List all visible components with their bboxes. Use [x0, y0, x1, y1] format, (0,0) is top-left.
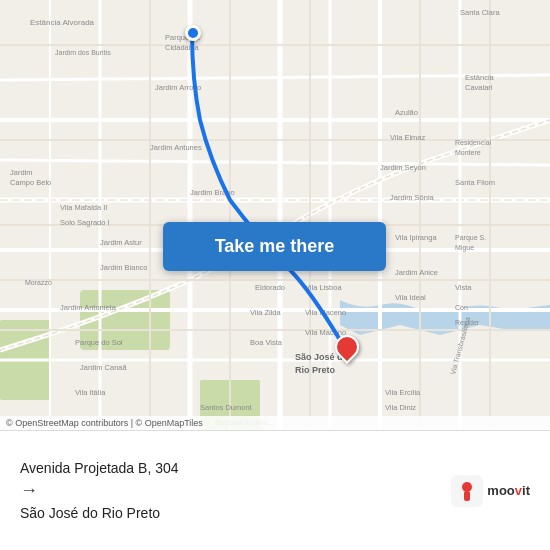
destination-label: São José do Rio Preto [20, 505, 451, 521]
map-container: Estância Alvorada Jardim dos Buritis Jar… [0, 0, 550, 430]
svg-text:Vila Mafalda II: Vila Mafalda II [60, 203, 107, 212]
svg-text:Residencial: Residencial [455, 139, 492, 146]
svg-text:Jardim Seyon: Jardim Seyon [380, 163, 426, 172]
svg-text:Vila Itália: Vila Itália [75, 388, 106, 397]
svg-text:Morazzo: Morazzo [25, 279, 52, 286]
svg-text:Vila Zilda: Vila Zilda [250, 308, 282, 317]
svg-point-80 [462, 482, 472, 492]
svg-text:Jardim Antunes: Jardim Antunes [150, 143, 202, 152]
moovit-accent: v [515, 483, 522, 498]
moovit-logo: moovit [451, 475, 530, 507]
svg-text:Con: Con [455, 304, 468, 311]
route-info: Avenida Projetada B, 304 → São José do R… [20, 460, 451, 521]
svg-text:Jardim dos Buritis: Jardim dos Buritis [55, 49, 111, 56]
svg-text:Santa Filom: Santa Filom [455, 178, 495, 187]
map-background: Estância Alvorada Jardim dos Buritis Jar… [0, 0, 550, 430]
svg-text:Jardim Bianco: Jardim Bianco [100, 263, 148, 272]
svg-text:Estância: Estância [465, 73, 495, 82]
svg-text:Jardim Antonieta: Jardim Antonieta [60, 303, 117, 312]
svg-text:Estância Alvorada: Estância Alvorada [30, 18, 95, 27]
svg-text:Vila Diniz: Vila Diniz [385, 403, 416, 412]
svg-text:Vila Ercília: Vila Ercília [385, 388, 421, 397]
bottom-bar: Avenida Projetada B, 304 → São José do R… [0, 430, 550, 550]
svg-text:Cavalari: Cavalari [465, 83, 493, 92]
origin-label: Avenida Projetada B, 304 [20, 460, 451, 476]
map-attribution: © OpenStreetMap contributors | © OpenMap… [0, 416, 550, 430]
route-arrow-icon: → [20, 480, 451, 501]
svg-text:Vila Elmaz: Vila Elmaz [390, 133, 426, 142]
take-me-there-button[interactable]: Take me there [163, 222, 386, 271]
svg-text:Montere: Montere [455, 149, 481, 156]
svg-text:Santos Dumont: Santos Dumont [200, 403, 253, 412]
svg-text:Solo Sagrado I: Solo Sagrado I [60, 218, 110, 227]
destination-marker [335, 335, 359, 359]
svg-text:Eldorado: Eldorado [255, 283, 285, 292]
svg-text:Cidadania: Cidadania [165, 43, 200, 52]
moovit-logo-icon [451, 475, 483, 507]
svg-text:Jardim Canaã: Jardim Canaã [80, 363, 128, 372]
svg-text:Jardim Astur: Jardim Astur [100, 238, 142, 247]
origin-marker [185, 25, 201, 41]
svg-text:Santa Clara: Santa Clara [460, 8, 500, 17]
svg-text:Migue: Migue [455, 244, 474, 252]
svg-text:Jardim Sônia: Jardim Sônia [390, 193, 435, 202]
svg-text:Rio Preto: Rio Preto [295, 365, 336, 375]
svg-text:Jardim Anice: Jardim Anice [395, 268, 438, 277]
svg-text:Vila Ipiranga: Vila Ipiranga [395, 233, 437, 242]
svg-text:Campo Belo: Campo Belo [10, 178, 51, 187]
svg-text:Vila Ideal: Vila Ideal [395, 293, 426, 302]
svg-text:Vista: Vista [455, 283, 472, 292]
svg-text:Vila Lisboa: Vila Lisboa [305, 283, 342, 292]
svg-text:Parque S.: Parque S. [455, 234, 486, 242]
svg-text:Azulão: Azulão [395, 108, 418, 117]
svg-rect-81 [464, 491, 470, 501]
svg-text:Parque do Sol: Parque do Sol [75, 338, 123, 347]
svg-text:Boa Vista: Boa Vista [250, 338, 283, 347]
svg-text:Jardim: Jardim [10, 168, 33, 177]
moovit-brand-label: moovit [487, 483, 530, 498]
